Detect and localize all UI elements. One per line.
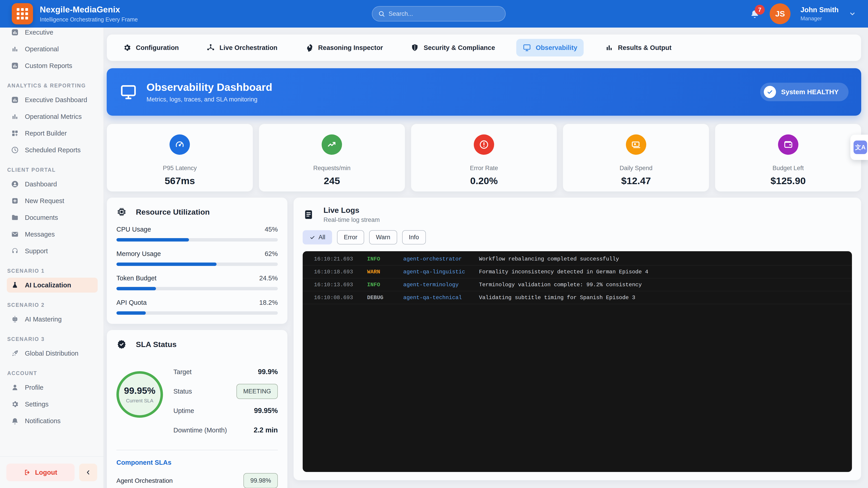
search-input[interactable] <box>389 10 499 18</box>
plus-square-icon <box>11 197 19 205</box>
sidebar-item-custom-reports[interactable]: Custom Reports <box>7 58 98 73</box>
monitor-icon <box>523 43 531 52</box>
metric-card-budget-left: Budget Left$125.90 <box>715 124 861 192</box>
log-filter-info[interactable]: Info <box>402 230 426 245</box>
resource-bar-label: CPU Usage <box>116 226 151 233</box>
metric-card-requests-min: Requests/min245 <box>259 124 405 192</box>
log-filter-warn[interactable]: Warn <box>369 230 397 245</box>
log-entry: 16:10:18.693WARNagent-qa-linguisticForma… <box>303 265 852 278</box>
tab-reasoning-inspector[interactable]: Reasoning Inspector <box>299 39 389 57</box>
metric-value: $125.90 <box>771 175 806 186</box>
bar-chart-icon <box>605 43 614 52</box>
user-icon <box>11 383 19 392</box>
sidebar-section-label: ANALYTICS & REPORTING <box>7 83 98 89</box>
alert-circle-icon <box>479 139 489 150</box>
page-title: Observability Dashboard <box>147 81 272 93</box>
log-agent: agent-orchestrator <box>403 256 479 262</box>
sidebar-item-operational-metrics[interactable]: Operational Metrics <box>7 109 98 124</box>
resource-bar-value: 24.5% <box>259 274 278 282</box>
bell-icon <box>11 417 19 425</box>
sidebar-section-label: SCENARIO 1 <box>7 268 98 274</box>
sidebar-item-global-distribution[interactable]: Global Distribution <box>7 346 98 361</box>
tab-bar: ConfigurationLive OrchestrationReasoning… <box>107 34 861 61</box>
metric-value: 567ms <box>164 175 195 186</box>
sla-status-panel: SLA Status 99.95% Current SLA Target99.9… <box>107 330 287 488</box>
translate-icon[interactable]: 文A <box>854 140 867 154</box>
app-title: Nexgile-MediaGenix <box>40 5 138 14</box>
headset-icon <box>11 247 19 255</box>
metric-card-error-rate: Error Rate0.20% <box>411 124 557 192</box>
avatar[interactable]: JS <box>770 3 790 24</box>
sidebar-item-profile[interactable]: Profile <box>7 380 98 395</box>
sidebar-item-report-builder[interactable]: Report Builder <box>7 126 98 141</box>
sidebar-item-operational[interactable]: Operational <box>7 41 98 57</box>
resource-bar-value: 45% <box>265 226 278 233</box>
log-filter-all[interactable]: All <box>303 230 332 245</box>
log-agent: agent-qa-linguistic <box>403 269 479 275</box>
sidebar-item-executive-dashboard[interactable]: Executive Dashboard <box>7 92 98 107</box>
notifications-button[interactable]: 7 <box>750 8 760 19</box>
sidebar-item-messages[interactable]: Messages <box>7 227 98 242</box>
tab-configuration[interactable]: Configuration <box>116 39 185 57</box>
sidebar-item-dashboard[interactable]: Dashboard <box>7 177 98 192</box>
sidebar-item-documents[interactable]: Documents <box>7 210 98 225</box>
sidebar-collapse-button[interactable] <box>79 464 97 481</box>
hub-icon <box>206 43 215 52</box>
chevron-down-icon[interactable] <box>848 10 856 18</box>
progress-bar <box>116 263 217 266</box>
sidebar-item-settings[interactable]: Settings <box>7 397 98 412</box>
search-bar[interactable] <box>372 6 506 22</box>
sla-row-label: Uptime <box>174 407 194 415</box>
sidebar: ExecutiveOperationalCustom ReportsANALYT… <box>0 28 104 488</box>
log-filter-error[interactable]: Error <box>337 230 364 245</box>
sidebar-item-notifications[interactable]: Notifications <box>7 414 98 428</box>
tab-security-compliance[interactable]: Security & Compliance <box>404 39 501 57</box>
user-role: Manager <box>800 15 839 22</box>
shield-icon <box>410 43 419 52</box>
log-stream[interactable]: 16:10:21.693INFOagent-orchestratorWorkfl… <box>303 251 852 472</box>
system-status-text: System HEALTHY <box>781 88 839 96</box>
resource-bar-value: 62% <box>265 250 278 258</box>
resource-bar-row: Token Budget24.5% <box>116 274 278 290</box>
main-content: ConfigurationLive OrchestrationReasoning… <box>104 28 868 488</box>
sidebar-item-new-request[interactable]: New Request <box>7 193 98 208</box>
sidebar-item-scheduled-reports[interactable]: Scheduled Reports <box>7 142 98 158</box>
wallet-icon <box>783 139 794 150</box>
sidebar-item-support[interactable]: Support <box>7 243 98 258</box>
log-agent: agent-terminology <box>403 282 479 288</box>
sla-rows: Target99.9%StatusMEETINGUptime99.95%Down… <box>174 362 278 440</box>
sla-gauge: 99.95% Current SLA <box>116 371 163 418</box>
sla-gauge-value: 99.95% <box>124 385 155 396</box>
sidebar-item-ai-localization[interactable]: AI Localization <box>7 278 98 293</box>
sla-status-title: SLA Status <box>136 340 177 349</box>
tab-live-orchestration[interactable]: Live Orchestration <box>200 39 284 57</box>
sla-row: Target99.9% <box>174 362 278 382</box>
metric-label: Requests/min <box>313 165 350 172</box>
logout-button[interactable]: Logout <box>6 464 74 481</box>
trending-up-icon <box>327 139 337 150</box>
resource-bar-label: API Quota <box>116 299 147 306</box>
sla-row-label: Downtime (Month) <box>174 427 227 434</box>
sidebar-section-label: CLIENT PORTAL <box>7 167 98 173</box>
sla-gauge-label: Current SLA <box>126 398 153 404</box>
metric-label: Error Rate <box>470 165 498 172</box>
live-logs-title: Live Logs <box>323 206 380 215</box>
tab-observability[interactable]: Observability <box>516 39 584 57</box>
progress-bar <box>116 238 189 241</box>
search-icon <box>378 10 385 17</box>
sla-row: Downtime (Month)2.2 min <box>174 420 278 440</box>
component-value-chip: 99.98% <box>243 473 278 488</box>
log-timestamp: 16:10:18.693 <box>314 269 367 275</box>
log-entry: 16:10:13.693INFOagent-terminologyTermino… <box>303 278 852 291</box>
metric-value: $12.47 <box>621 175 651 186</box>
log-entry: 16:10:21.693INFOagent-orchestratorWorkfl… <box>303 253 852 265</box>
sidebar-item-ai-mastering[interactable]: AI Mastering <box>7 312 98 327</box>
top-bar: Nexgile-MediaGenix Intelligence Orchestr… <box>0 0 868 28</box>
app-tagline: Intelligence Orchestrating Every Frame <box>40 16 138 23</box>
metric-label: Budget Left <box>773 165 804 172</box>
flask-icon <box>11 281 19 289</box>
bar-chart-box-icon <box>11 96 19 104</box>
log-level: INFO <box>367 256 403 262</box>
tab-results-output[interactable]: Results & Output <box>598 39 678 57</box>
chevron-left-icon <box>85 469 92 476</box>
